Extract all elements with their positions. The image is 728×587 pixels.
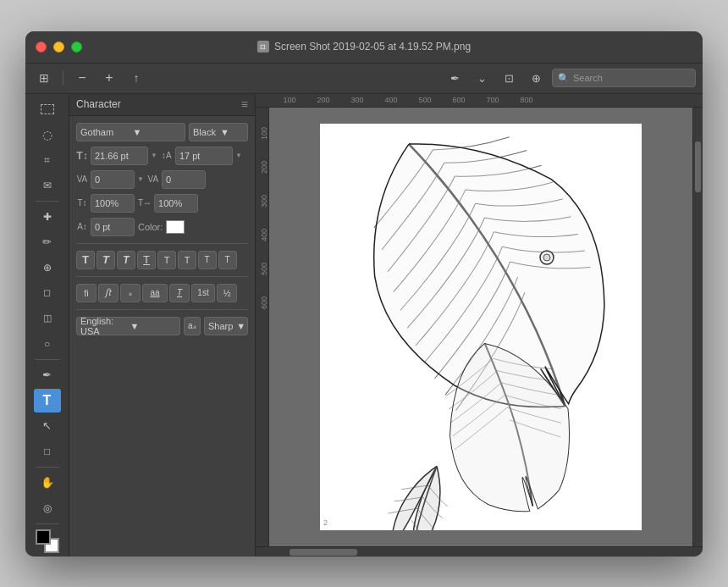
minimize-button[interactable] [53, 42, 64, 53]
font-family-select[interactable]: Gotham ▼ [76, 123, 185, 141]
tool-hand[interactable]: ✋ [34, 471, 61, 495]
scale-row: T↕ T↔ [76, 194, 248, 213]
ligature-fi-button[interactable]: fi [76, 284, 97, 302]
tool-zoom[interactable]: ◎ [34, 496, 61, 520]
strikethrough-button[interactable]: T [157, 251, 176, 269]
tool-separator-3 [36, 467, 59, 468]
maximize-button[interactable] [71, 42, 82, 53]
tracking-icon: VA [147, 174, 159, 184]
baseline-input[interactable] [91, 218, 135, 236]
dodge-icon: ○ [44, 338, 50, 350]
italic-button[interactable]: T [97, 251, 115, 269]
tool-crop[interactable]: ⌗ [34, 148, 61, 172]
leading-field: ↕A ▼ [161, 147, 242, 165]
search-icon: 🔍 [558, 73, 570, 84]
tool-eraser[interactable]: ◻ [34, 281, 61, 305]
smallcaps-button[interactable]: T [218, 251, 237, 269]
ordinal-button[interactable]: ₐ [120, 284, 141, 302]
scrollbar-right[interactable] [692, 108, 703, 546]
canvas-page: 2 [320, 124, 642, 530]
font-family-dropdown-arrow: ▼ [133, 127, 182, 137]
subscript-button[interactable]: T [178, 251, 196, 269]
horizontal-scale-field: T↔ [138, 194, 198, 213]
toolbar: ⊞ − + ↑ ✒ ⌄ ⊡ ⊕ 🔍 [25, 64, 703, 94]
tool-lasso[interactable]: ◌ [34, 123, 61, 147]
svg-point-0 [543, 254, 550, 261]
pen-icon: ✒ [450, 72, 460, 85]
share-button[interactable]: ↑ [124, 67, 148, 89]
tool-separator-2 [36, 359, 59, 360]
scrollbar-bottom[interactable] [256, 546, 703, 557]
tool-pen[interactable]: ✒ [34, 363, 61, 387]
tool-path-select[interactable]: ↖ [34, 414, 61, 438]
search-bar[interactable]: 🔍 [552, 69, 696, 87]
panel-divider-3 [76, 309, 248, 310]
horizontal-scale-input[interactable] [154, 194, 198, 213]
zoom-in-button[interactable]: + [97, 67, 121, 89]
fg-bg-colors [36, 529, 59, 553]
faux-select[interactable]: aₐ [184, 317, 201, 335]
page-number: 2 [323, 518, 328, 527]
search-input[interactable] [573, 73, 690, 83]
ruler-top: 100 200 300 400 500 600 700 800 [256, 94, 703, 108]
fractions-button[interactable]: T [169, 284, 190, 302]
person-btn[interactable]: ⊕ [525, 69, 547, 87]
eyedropper-icon: ✉ [43, 180, 52, 191]
feather-illustration [337, 124, 633, 530]
zoom-out-icon: − [78, 70, 85, 86]
arrange-button[interactable]: ⊞ [32, 67, 56, 89]
brush-icon: ✏ [42, 235, 52, 248]
titlebar: ⊡ Screen Shot 2019-02-05 at 4.19.52 PM.p… [25, 31, 703, 64]
bold-italic-button[interactable]: T [117, 251, 135, 269]
foreground-color[interactable] [36, 529, 51, 545]
bold-button[interactable]: T [76, 251, 95, 269]
tool-shape[interactable]: □ [34, 440, 61, 463]
underline-button[interactable]: T [137, 251, 156, 269]
tool-brush[interactable]: ✏ [34, 230, 61, 254]
language-value: English: USA [80, 316, 127, 336]
language-select[interactable]: English: USA ▼ [76, 317, 180, 335]
font-family-row: Gotham ▼ Black ▼ [76, 123, 248, 141]
gradient-icon: ◫ [43, 313, 52, 324]
tracking-input[interactable] [162, 170, 206, 189]
color-swatch[interactable] [166, 220, 185, 234]
panel-menu-button[interactable]: ≡ [241, 97, 248, 111]
color-row: Color: [138, 220, 185, 234]
tool-marquee[interactable] [34, 97, 61, 121]
eraser-icon: ◻ [43, 287, 51, 298]
allcaps-button[interactable]: T [198, 251, 217, 269]
chevron-down-icon: ⌄ [477, 72, 487, 85]
tool-dodge[interactable]: ○ [34, 332, 61, 356]
close-button[interactable] [36, 42, 47, 53]
font-weight-select[interactable]: Black ▼ [189, 123, 248, 141]
zoom-out-button[interactable]: − [70, 67, 94, 89]
chevron-btn[interactable]: ⌄ [471, 69, 493, 87]
tool-eyedropper[interactable]: ✉ [34, 174, 61, 197]
ruler-v-mark-4: 400 [256, 218, 268, 252]
lasso-icon: ◌ [42, 128, 52, 141]
canvas-content: 100 200 300 400 500 600 [256, 108, 703, 546]
fraction-button[interactable]: ½ [217, 284, 237, 302]
stamp-btn[interactable]: ⊡ [498, 69, 520, 87]
kerning-input[interactable] [91, 170, 135, 189]
vertical-scale-input[interactable] [91, 194, 135, 213]
ruler-v-mark-6: 600 [256, 285, 268, 319]
leading-input[interactable] [175, 147, 233, 165]
tool-heal[interactable]: ✚ [34, 205, 61, 229]
ligature-st-button[interactable]: ʃt [98, 284, 119, 302]
shape-icon: □ [44, 446, 50, 457]
superscript-button[interactable]: 1st [191, 284, 215, 302]
ruler-v-mark-3: 300 [256, 184, 268, 218]
font-size-arrow: ▼ [151, 152, 157, 159]
discretionary-button[interactable]: aa [142, 284, 168, 302]
font-size-input[interactable] [91, 147, 148, 165]
ruler-mark-1: 100 [273, 96, 306, 104]
tool-gradient[interactable]: ◫ [34, 307, 61, 330]
hand-icon: ✋ [41, 476, 54, 489]
tool-clone[interactable]: ⊕ [34, 256, 61, 280]
antialias-select[interactable]: Sharp ▼ [204, 317, 248, 335]
pen-tool-btn[interactable]: ✒ [444, 69, 466, 87]
zoom-in-icon: + [105, 70, 113, 86]
language-row: English: USA ▼ aₐ Sharp ▼ [76, 317, 248, 335]
tool-type[interactable]: T [34, 389, 61, 413]
